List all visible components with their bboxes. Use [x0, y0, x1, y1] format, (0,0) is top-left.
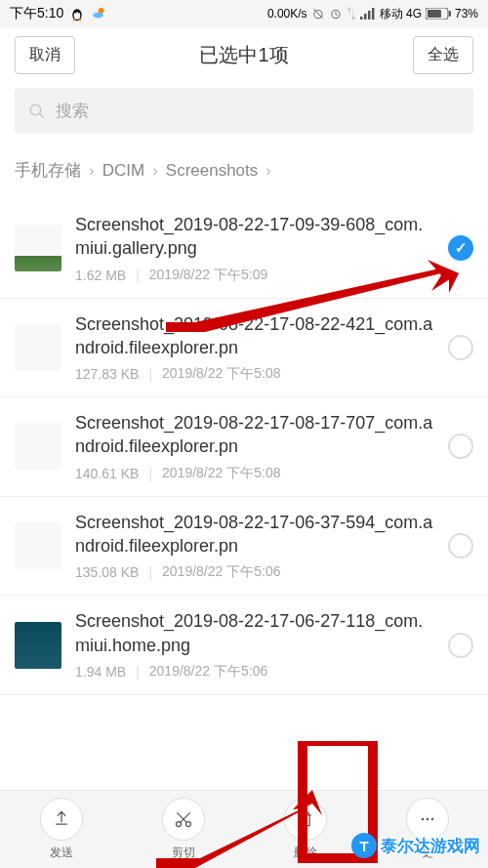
file-name: Screenshot_2019-08-22-17-08-22-421_com.a…	[75, 312, 434, 360]
file-meta: 1.62 MB | 2019/8/22 下午5:09	[75, 267, 434, 284]
checkbox-unchecked[interactable]	[448, 533, 473, 558]
svg-point-2	[75, 12, 77, 14]
chevron-right-icon: ›	[152, 161, 158, 181]
svg-rect-10	[368, 11, 371, 20]
svg-rect-8	[360, 17, 363, 20]
search-placeholder: 搜索	[56, 100, 89, 122]
breadcrumb-item[interactable]: 手机存储	[15, 159, 81, 182]
qq-icon	[69, 6, 85, 21]
file-item[interactable]: Screenshot_2019-08-22-17-06-27-118_com.m…	[0, 596, 488, 695]
weather-icon	[91, 5, 108, 22]
file-thumbnail	[15, 324, 61, 371]
status-speed: 0.00K/s	[267, 7, 307, 21]
page-title: 已选中1项	[199, 42, 288, 68]
chevron-right-icon: ›	[89, 161, 95, 181]
status-right: 0.00K/s 移动 4G 73%	[267, 6, 478, 22]
breadcrumb-item[interactable]: Screenshots	[166, 161, 259, 181]
file-name: Screenshot_2019-08-22-17-06-37-594_com.a…	[75, 511, 434, 558]
svg-point-20	[426, 818, 428, 821]
file-meta: 135.08 KB | 2019/8/22 下午5:06	[75, 563, 434, 581]
svg-rect-11	[372, 8, 375, 20]
svg-point-3	[78, 12, 80, 14]
breadcrumb-item[interactable]: DCIM	[102, 161, 144, 181]
meta-separator: |	[136, 268, 140, 283]
file-meta: 127.83 KB | 2019/8/22 下午5:08	[75, 365, 434, 383]
file-thumbnail	[15, 225, 61, 271]
checkbox-unchecked[interactable]	[448, 434, 473, 459]
file-size: 127.83 KB	[75, 366, 139, 382]
file-name: Screenshot_2019-08-22-17-06-27-118_com.m…	[75, 609, 434, 657]
checkbox-unchecked[interactable]	[448, 335, 473, 360]
battery-icon	[426, 8, 451, 20]
delete-button[interactable]: 删除	[284, 798, 327, 861]
breadcrumb[interactable]: 手机存储 › DCIM › Screenshots ›	[0, 145, 488, 199]
file-info: Screenshot_2019-08-22-17-08-22-421_com.a…	[75, 312, 434, 384]
file-name: Screenshot_2019-08-22-17-08-17-707_com.a…	[75, 411, 434, 459]
meta-separator: |	[148, 466, 152, 481]
meta-separator: |	[136, 664, 140, 680]
send-icon	[40, 798, 83, 841]
signal-icon	[360, 8, 376, 20]
file-date: 2019/8/22 下午5:08	[162, 365, 280, 383]
svg-point-19	[421, 818, 424, 821]
svg-rect-13	[427, 10, 441, 18]
file-thumbnail	[15, 622, 61, 669]
svg-rect-14	[449, 11, 451, 17]
file-size: 1.62 MB	[75, 268, 126, 283]
file-thumbnail	[15, 423, 61, 470]
file-date: 2019/8/22 下午5:06	[162, 563, 280, 581]
checkbox-checked[interactable]	[448, 235, 473, 261]
file-date: 2019/8/22 下午5:09	[149, 267, 267, 284]
cancel-button[interactable]: 取消	[15, 36, 75, 74]
file-name: Screenshot_2019-08-22-17-09-39-608_com.m…	[75, 213, 434, 261]
checkbox-unchecked[interactable]	[448, 633, 473, 658]
alarm-off-icon	[311, 7, 325, 21]
file-size: 135.08 KB	[75, 564, 139, 580]
file-date: 2019/8/22 下午5:06	[149, 663, 267, 681]
file-meta: 140.61 KB | 2019/8/22 下午5:08	[75, 465, 434, 482]
svg-line-16	[39, 113, 44, 118]
send-button[interactable]: 发送	[40, 798, 83, 861]
watermark-badge: T	[351, 833, 377, 858]
file-item[interactable]: Screenshot_2019-08-22-17-08-22-421_com.a…	[0, 299, 488, 398]
file-info: Screenshot_2019-08-22-17-09-39-608_com.m…	[75, 213, 434, 284]
file-thumbnail	[15, 522, 61, 569]
svg-rect-9	[364, 14, 367, 20]
status-battery: 73%	[455, 7, 478, 21]
file-item[interactable]: Screenshot_2019-08-22-17-08-17-707_com.a…	[0, 397, 488, 497]
status-time: 下午5:10	[10, 5, 63, 22]
search-icon	[28, 103, 46, 120]
file-info: Screenshot_2019-08-22-17-06-37-594_com.a…	[75, 511, 434, 582]
cut-button[interactable]: 剪切	[162, 798, 205, 861]
data-arrows-icon	[346, 7, 356, 21]
file-list: Screenshot_2019-08-22-17-09-39-608_com.m…	[0, 199, 488, 695]
file-info: Screenshot_2019-08-22-17-08-17-707_com.a…	[75, 411, 434, 482]
status-bar: 下午5:10 0.00K/s 移动 4G 73%	[0, 0, 488, 27]
file-date: 2019/8/22 下午5:08	[162, 465, 280, 482]
file-item[interactable]: Screenshot_2019-08-22-17-09-39-608_com.m…	[0, 199, 488, 299]
search-input[interactable]: 搜索	[15, 88, 473, 134]
svg-point-1	[74, 12, 81, 20]
alarm-icon	[329, 7, 343, 21]
file-meta: 1.94 MB | 2019/8/22 下午5:06	[75, 663, 434, 681]
watermark-text: 泰尔达游戏网	[381, 835, 480, 857]
chevron-right-icon: ›	[265, 161, 271, 181]
meta-separator: |	[148, 366, 152, 382]
svg-point-15	[30, 104, 41, 115]
header: 取消 已选中1项 全选	[0, 27, 488, 82]
svg-point-21	[430, 818, 433, 821]
svg-point-5	[94, 13, 104, 19]
status-carrier: 移动 4G	[380, 6, 422, 22]
status-left: 下午5:10	[10, 5, 108, 22]
delete-icon	[284, 798, 327, 841]
watermark: T 泰尔达游戏网	[351, 833, 480, 858]
cut-label: 剪切	[172, 845, 195, 861]
select-all-button[interactable]: 全选	[413, 36, 473, 74]
file-item[interactable]: Screenshot_2019-08-22-17-06-37-594_com.a…	[0, 497, 488, 597]
delete-label: 删除	[294, 845, 317, 861]
send-label: 发送	[50, 845, 73, 861]
file-size: 1.94 MB	[75, 664, 126, 680]
meta-separator: |	[148, 564, 152, 580]
file-info: Screenshot_2019-08-22-17-06-27-118_com.m…	[75, 609, 434, 681]
cut-icon	[162, 798, 205, 841]
